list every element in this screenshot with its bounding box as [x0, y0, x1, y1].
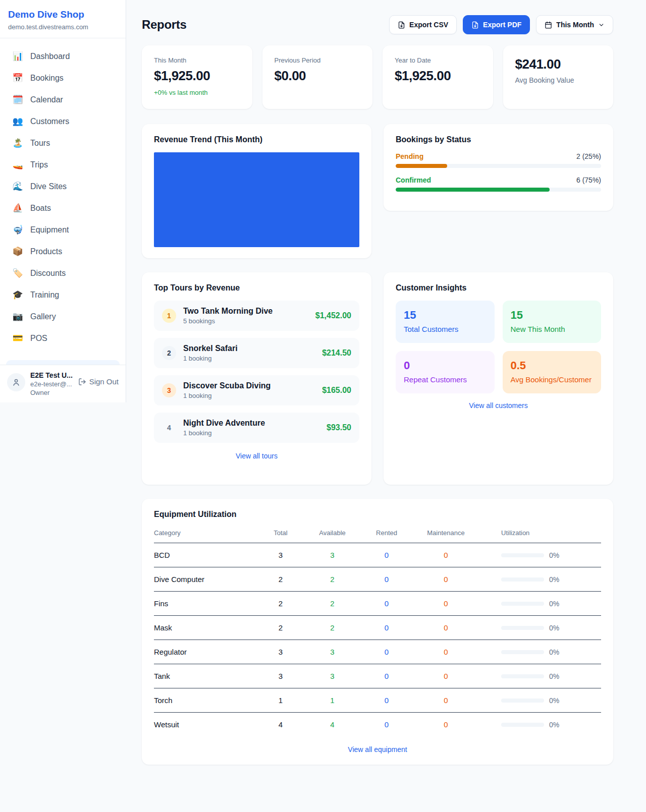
shop-header: Demo Dive Shop demo.test.divestreams.com	[0, 0, 126, 38]
top-tours-card: Top Tours by Revenue 1 Two Tank Morning …	[142, 272, 371, 485]
cell-category: Tank	[154, 672, 258, 680]
list-item[interactable]: 4 Night Dive Adventure 1 booking $93.50	[154, 413, 359, 443]
sailboat-icon: ⛵	[12, 203, 23, 213]
sidebar-item-label: Training	[30, 291, 59, 300]
tour-bookings: 1 booking	[183, 392, 315, 399]
stat-value: $0.00	[275, 68, 361, 84]
tour-amount: $93.50	[327, 423, 351, 432]
equipment-utilization-card: Equipment Utilization Category Total Ava…	[142, 499, 613, 765]
chevron-down-icon	[598, 22, 605, 28]
sidebar-item-training[interactable]: 🎓 Training	[6, 284, 120, 306]
sidebar-item-gallery[interactable]: 📷 Gallery	[6, 306, 120, 327]
tile-label: Avg Bookings/Customer	[511, 375, 594, 384]
cell-category: Wetsuit	[154, 720, 258, 729]
revenue-trend-card: Revenue Trend (This Month)	[142, 124, 371, 258]
user-section: E2E Test U... e2e-tester@... Owner Sign …	[0, 365, 126, 402]
rank-badge: 2	[162, 346, 176, 360]
tour-bookings: 1 booking	[183, 355, 315, 362]
sidebar-item-trips[interactable]: 🚤 Trips	[6, 154, 120, 176]
tile-label: New This Month	[511, 325, 594, 333]
column-header-rented: Rented	[361, 529, 412, 537]
tours-insights-row: Top Tours by Revenue 1 Two Tank Morning …	[142, 272, 613, 485]
tile-value: 0	[404, 359, 487, 372]
rank-badge: 3	[162, 383, 176, 397]
sidebar-item-equipment[interactable]: 🤿 Equipment	[6, 219, 120, 241]
cell-rented: 0	[361, 720, 412, 729]
sidebar-item-calendar[interactable]: 🗓️ Calendar	[6, 89, 120, 110]
cell-utilization: 0%	[480, 721, 601, 729]
cell-available: 2	[303, 575, 361, 584]
sidebar-item-boats[interactable]: ⛵ Boats	[6, 197, 120, 219]
tour-bookings: 5 bookings	[183, 317, 308, 325]
sidebar-item-label: Bookings	[30, 74, 64, 83]
sidebar-item-label: Boats	[30, 204, 51, 213]
cell-maintenance: 0	[412, 720, 480, 729]
period-selector[interactable]: This Month	[536, 15, 613, 34]
list-item[interactable]: 1 Two Tank Morning Dive 5 bookings $1,45…	[154, 301, 359, 331]
list-item[interactable]: 2 Snorkel Safari 1 booking $214.50	[154, 338, 359, 368]
user-name: E2E Test U...	[30, 371, 73, 379]
sidebar-item-label: Discounts	[30, 269, 66, 278]
utilization-percent: 0%	[549, 575, 559, 584]
table-header: Category Total Available Rented Maintena…	[154, 529, 601, 543]
cell-rented: 0	[361, 575, 412, 584]
utilization-bar-track	[501, 626, 544, 630]
cell-total: 1	[258, 696, 303, 705]
cell-category: Fins	[154, 599, 258, 608]
cell-rented: 0	[361, 551, 412, 559]
page-title: Reports	[142, 18, 187, 32]
utilization-bar-track	[501, 553, 544, 557]
utilization-percent: 0%	[549, 600, 559, 608]
view-all-customers-link[interactable]: View all customers	[396, 401, 601, 410]
cell-available: 1	[303, 696, 361, 705]
status-bar-fill	[396, 188, 550, 192]
export-pdf-button[interactable]: Export PDF	[463, 15, 530, 34]
sidebar: Demo Dive Shop demo.test.divestreams.com…	[0, 0, 126, 402]
tag-icon: 🏷️	[12, 268, 23, 278]
sidebar-nav: 📊 Dashboard 📅 Bookings 🗓️ Calendar 👥 Cus…	[0, 38, 126, 365]
status-value: 2 (25%)	[576, 152, 601, 160]
sidebar-item-customers[interactable]: 👥 Customers	[6, 110, 120, 132]
cell-available: 3	[303, 648, 361, 656]
export-csv-button[interactable]: Export CSV	[389, 15, 457, 34]
sidebar-item-pos[interactable]: 💳 POS	[6, 327, 120, 349]
sidebar-item-products[interactable]: 📦 Products	[6, 241, 120, 262]
cell-maintenance: 0	[412, 599, 480, 608]
cell-maintenance: 0	[412, 696, 480, 705]
sidebar-item-tours[interactable]: 🏝️ Tours	[6, 132, 120, 154]
tour-amount: $214.50	[322, 349, 351, 358]
sidebar-item-dashboard[interactable]: 📊 Dashboard	[6, 45, 120, 67]
cell-rented: 0	[361, 623, 412, 632]
utilization-bar-track	[501, 602, 544, 606]
stats-row: This Month $1,925.00 +0% vs last month P…	[142, 45, 613, 109]
tile-label: Repeat Customers	[404, 375, 487, 384]
cell-category: Torch	[154, 696, 258, 705]
tile-new-this-month: 15 New This Month	[503, 301, 602, 343]
sidebar-item-dive-sites[interactable]: 🌊 Dive Sites	[6, 176, 120, 197]
view-all-tours-link[interactable]: View all tours	[154, 452, 359, 460]
cell-total: 3	[258, 648, 303, 656]
sign-out-button[interactable]: Sign Out	[78, 371, 119, 386]
user-meta: E2E Test U... e2e-tester@... Owner	[30, 371, 73, 396]
status-label: Confirmed	[396, 176, 431, 184]
charts-row: Revenue Trend (This Month) Bookings by S…	[142, 124, 613, 258]
sidebar-item-reports-partial[interactable]	[6, 360, 120, 365]
bookings-by-status-title: Bookings by Status	[396, 135, 601, 144]
stat-value: $1,925.00	[395, 68, 481, 84]
tour-name: Discover Scuba Diving	[183, 381, 315, 390]
cell-available: 3	[303, 672, 361, 680]
sidebar-item-label: Tours	[30, 139, 50, 148]
sidebar-item-bookings[interactable]: 📅 Bookings	[6, 67, 120, 89]
list-item[interactable]: 3 Discover Scuba Diving 1 booking $165.0…	[154, 375, 359, 405]
tour-name: Two Tank Morning Dive	[183, 307, 308, 316]
stat-value: $241.00	[515, 56, 602, 72]
status-value: 6 (75%)	[576, 176, 601, 184]
main-content: Reports Export CSV Export PDF	[126, 0, 646, 785]
sidebar-item-discounts[interactable]: 🏷️ Discounts	[6, 262, 120, 284]
view-all-equipment-link[interactable]: View all equipment	[154, 745, 601, 753]
cell-maintenance: 0	[412, 551, 480, 559]
stat-label: This Month	[154, 56, 240, 64]
tour-amount: $165.00	[322, 386, 351, 395]
status-bar-track	[396, 188, 601, 192]
tile-label: Total Customers	[404, 325, 487, 333]
